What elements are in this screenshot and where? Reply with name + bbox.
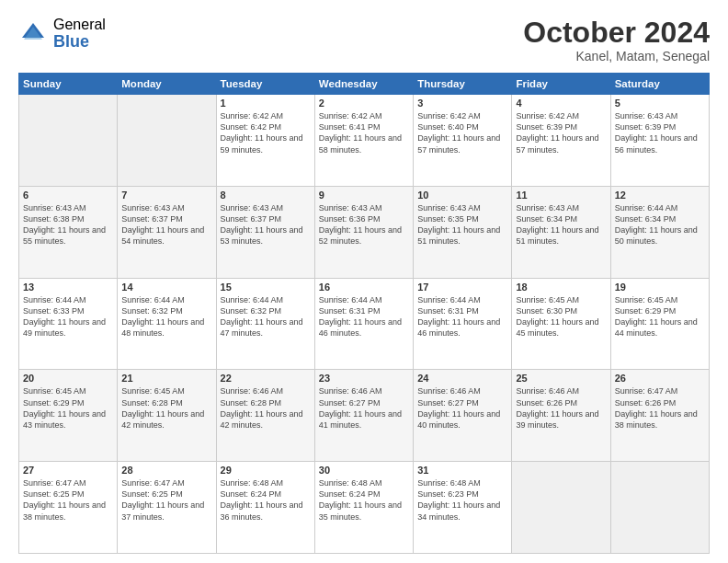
sunset-label: Sunset: 6:28 PM bbox=[121, 398, 183, 408]
day-number: 29 bbox=[221, 465, 311, 476]
calendar-cell: 2Sunrise: 6:42 AMSunset: 6:41 PMDaylight… bbox=[314, 95, 413, 187]
sunrise-label: Sunrise: 6:48 AM bbox=[417, 478, 481, 488]
sunrise-label: Sunrise: 6:47 AM bbox=[121, 478, 185, 488]
sunrise-label: Sunrise: 6:42 AM bbox=[417, 111, 481, 121]
calendar-cell: 10Sunrise: 6:43 AMSunset: 6:35 PMDayligh… bbox=[414, 186, 512, 278]
day-info: Sunrise: 6:42 AMSunset: 6:41 PMDaylight:… bbox=[319, 110, 409, 155]
day-number: 14 bbox=[121, 282, 211, 293]
daylight-label: Daylight: 11 hours and 52 minutes. bbox=[319, 225, 402, 246]
sunset-label: Sunset: 6:23 PM bbox=[417, 489, 479, 499]
daylight-label: Daylight: 11 hours and 40 minutes. bbox=[417, 409, 500, 430]
day-number: 7 bbox=[121, 190, 211, 201]
day-number: 12 bbox=[615, 190, 705, 201]
day-info: Sunrise: 6:42 AMSunset: 6:39 PMDaylight:… bbox=[516, 110, 606, 155]
daylight-label: Daylight: 11 hours and 54 minutes. bbox=[121, 225, 204, 246]
sunset-label: Sunset: 6:33 PM bbox=[23, 306, 85, 316]
sunrise-label: Sunrise: 6:48 AM bbox=[221, 478, 284, 488]
calendar-cell bbox=[512, 462, 610, 554]
sunrise-label: Sunrise: 6:42 AM bbox=[516, 111, 579, 121]
calendar-cell: 3Sunrise: 6:42 AMSunset: 6:40 PMDaylight… bbox=[414, 95, 512, 187]
calendar-cell: 18Sunrise: 6:45 AMSunset: 6:30 PMDayligh… bbox=[512, 278, 610, 370]
day-number: 9 bbox=[319, 190, 409, 201]
sunset-label: Sunset: 6:37 PM bbox=[221, 214, 282, 224]
daylight-label: Daylight: 11 hours and 43 minutes. bbox=[23, 409, 106, 430]
sunset-label: Sunset: 6:40 PM bbox=[417, 122, 479, 132]
sunrise-label: Sunrise: 6:46 AM bbox=[516, 386, 579, 396]
sunrise-label: Sunrise: 6:44 AM bbox=[417, 295, 481, 304]
sunset-label: Sunset: 6:27 PM bbox=[417, 398, 479, 408]
calendar-cell: 22Sunrise: 6:46 AMSunset: 6:28 PMDayligh… bbox=[216, 370, 314, 462]
day-info: Sunrise: 6:46 AMSunset: 6:27 PMDaylight:… bbox=[319, 385, 409, 431]
sunset-label: Sunset: 6:31 PM bbox=[417, 306, 479, 316]
calendar-cell: 5Sunrise: 6:43 AMSunset: 6:39 PMDaylight… bbox=[610, 95, 709, 187]
daylight-label: Daylight: 11 hours and 34 minutes. bbox=[417, 500, 500, 521]
day-number: 5 bbox=[615, 98, 705, 109]
sunset-label: Sunset: 6:32 PM bbox=[121, 306, 183, 316]
calendar-cell: 26Sunrise: 6:47 AMSunset: 6:26 PMDayligh… bbox=[610, 370, 709, 462]
daylight-label: Daylight: 11 hours and 35 minutes. bbox=[319, 500, 402, 521]
logo-text: General Blue bbox=[53, 17, 106, 51]
calendar-cell: 25Sunrise: 6:46 AMSunset: 6:26 PMDayligh… bbox=[512, 370, 610, 462]
logo-general: General bbox=[53, 17, 106, 33]
day-info: Sunrise: 6:42 AMSunset: 6:42 PMDaylight:… bbox=[221, 110, 311, 155]
day-info: Sunrise: 6:44 AMSunset: 6:34 PMDaylight:… bbox=[615, 202, 705, 247]
daylight-label: Daylight: 11 hours and 59 minutes. bbox=[221, 133, 303, 154]
day-info: Sunrise: 6:43 AMSunset: 6:34 PMDaylight:… bbox=[516, 202, 606, 247]
daylight-label: Daylight: 11 hours and 53 minutes. bbox=[221, 225, 303, 246]
day-info: Sunrise: 6:45 AMSunset: 6:30 PMDaylight:… bbox=[516, 294, 606, 339]
daylight-label: Daylight: 11 hours and 36 minutes. bbox=[221, 500, 303, 521]
title-block: October 2024 Kanel, Matam, Senegal bbox=[523, 17, 710, 63]
day-number: 11 bbox=[516, 190, 606, 201]
daylight-label: Daylight: 11 hours and 42 minutes. bbox=[121, 409, 204, 430]
sunrise-label: Sunrise: 6:46 AM bbox=[221, 386, 284, 396]
sunset-label: Sunset: 6:32 PM bbox=[221, 306, 282, 316]
day-info: Sunrise: 6:44 AMSunset: 6:33 PMDaylight:… bbox=[23, 294, 113, 339]
calendar-week-3: 13Sunrise: 6:44 AMSunset: 6:33 PMDayligh… bbox=[19, 278, 710, 370]
daylight-label: Daylight: 11 hours and 58 minutes. bbox=[319, 133, 402, 154]
daylight-label: Daylight: 11 hours and 37 minutes. bbox=[121, 500, 204, 521]
logo-icon bbox=[18, 19, 48, 49]
calendar-cell: 28Sunrise: 6:47 AMSunset: 6:25 PMDayligh… bbox=[118, 462, 216, 554]
day-number: 20 bbox=[23, 373, 113, 384]
sunrise-label: Sunrise: 6:45 AM bbox=[615, 295, 678, 304]
day-info: Sunrise: 6:47 AMSunset: 6:26 PMDaylight:… bbox=[615, 385, 705, 431]
sunset-label: Sunset: 6:31 PM bbox=[319, 306, 381, 316]
day-number: 17 bbox=[417, 282, 507, 293]
calendar-header: SundayMondayTuesdayWednesdayThursdayFrid… bbox=[19, 74, 710, 95]
daylight-label: Daylight: 11 hours and 38 minutes. bbox=[615, 409, 698, 430]
day-number: 6 bbox=[23, 190, 113, 201]
calendar-cell: 12Sunrise: 6:44 AMSunset: 6:34 PMDayligh… bbox=[610, 186, 709, 278]
day-info: Sunrise: 6:43 AMSunset: 6:39 PMDaylight:… bbox=[615, 110, 705, 155]
calendar-cell: 31Sunrise: 6:48 AMSunset: 6:23 PMDayligh… bbox=[414, 462, 512, 554]
day-info: Sunrise: 6:45 AMSunset: 6:29 PMDaylight:… bbox=[23, 385, 113, 431]
day-info: Sunrise: 6:44 AMSunset: 6:31 PMDaylight:… bbox=[417, 294, 507, 339]
calendar-cell: 20Sunrise: 6:45 AMSunset: 6:29 PMDayligh… bbox=[19, 370, 118, 462]
calendar-week-1: 1Sunrise: 6:42 AMSunset: 6:42 PMDaylight… bbox=[19, 95, 710, 187]
sunset-label: Sunset: 6:34 PM bbox=[615, 214, 677, 224]
sunset-label: Sunset: 6:25 PM bbox=[121, 489, 183, 499]
calendar-cell: 21Sunrise: 6:45 AMSunset: 6:28 PMDayligh… bbox=[118, 370, 216, 462]
daylight-label: Daylight: 11 hours and 57 minutes. bbox=[417, 133, 500, 154]
sunrise-label: Sunrise: 6:47 AM bbox=[615, 386, 678, 396]
sunset-label: Sunset: 6:24 PM bbox=[319, 489, 381, 499]
calendar-cell: 13Sunrise: 6:44 AMSunset: 6:33 PMDayligh… bbox=[19, 278, 118, 370]
day-number: 3 bbox=[417, 98, 507, 109]
sunrise-label: Sunrise: 6:43 AM bbox=[615, 111, 678, 121]
sunset-label: Sunset: 6:39 PM bbox=[516, 122, 577, 132]
day-number: 13 bbox=[23, 282, 113, 293]
sunset-label: Sunset: 6:37 PM bbox=[121, 214, 183, 224]
sunset-label: Sunset: 6:30 PM bbox=[516, 306, 577, 316]
calendar-cell: 30Sunrise: 6:48 AMSunset: 6:24 PMDayligh… bbox=[314, 462, 413, 554]
day-number: 15 bbox=[221, 282, 311, 293]
calendar-cell: 6Sunrise: 6:43 AMSunset: 6:38 PMDaylight… bbox=[19, 186, 118, 278]
daylight-label: Daylight: 11 hours and 57 minutes. bbox=[516, 133, 598, 154]
daylight-label: Daylight: 11 hours and 39 minutes. bbox=[516, 409, 598, 430]
day-info: Sunrise: 6:42 AMSunset: 6:40 PMDaylight:… bbox=[417, 110, 507, 155]
day-number: 2 bbox=[319, 98, 409, 109]
day-number: 1 bbox=[221, 98, 311, 109]
calendar-week-2: 6Sunrise: 6:43 AMSunset: 6:38 PMDaylight… bbox=[19, 186, 710, 278]
day-info: Sunrise: 6:46 AMSunset: 6:28 PMDaylight:… bbox=[221, 385, 311, 431]
calendar-cell: 14Sunrise: 6:44 AMSunset: 6:32 PMDayligh… bbox=[118, 278, 216, 370]
sunrise-label: Sunrise: 6:45 AM bbox=[516, 295, 579, 304]
weekday-header-sunday: Sunday bbox=[19, 74, 118, 95]
